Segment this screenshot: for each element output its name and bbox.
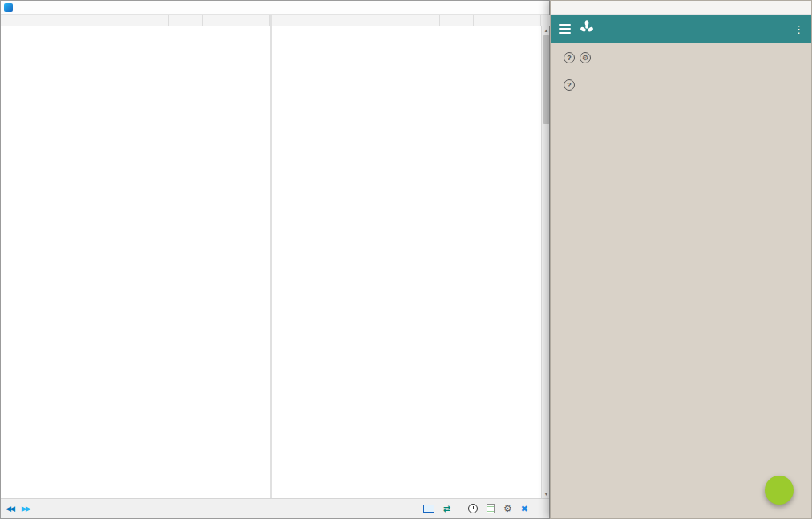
column-sensor[interactable] — [272, 15, 406, 26]
close-button[interactable] — [794, 2, 808, 14]
column-average[interactable] — [236, 15, 270, 26]
hwinfo-titlebar[interactable] — [1, 1, 549, 15]
columns-collapse-button[interactable]: ◀◀ — [6, 505, 14, 513]
column-current[interactable] — [406, 15, 440, 26]
left-pane-header — [1, 15, 270, 26]
maximize-button[interactable] — [779, 2, 793, 14]
fan-logo-icon — [579, 19, 595, 39]
fan-body: ? ⚙ ? — [551, 43, 811, 518]
column-minimum[interactable] — [440, 15, 474, 26]
column-current[interactable] — [135, 15, 169, 26]
menu-icon[interactable] — [559, 22, 571, 36]
scroll-up-icon[interactable]: ▲ — [542, 26, 549, 34]
columns-expand-button[interactable]: ▶▶ — [22, 505, 30, 513]
screen: ▲ ▼ ◀◀ ▶▶ ⇄ ⚙ ✖ — [0, 0, 812, 519]
hwinfo-window: ▲ ▼ ◀◀ ▶▶ ⇄ ⚙ ✖ — [0, 0, 550, 519]
controls-grid — [551, 68, 811, 76]
fan-app-bar: ⋮ — [551, 15, 811, 43]
kebab-menu-icon[interactable]: ⋮ — [794, 23, 803, 35]
controls-section-header: ? ⚙ — [551, 49, 811, 68]
vertical-scrollbar[interactable]: ▲ ▼ — [541, 26, 549, 498]
column-maximum[interactable] — [474, 15, 507, 26]
reset-values-icon[interactable]: ⇄ — [443, 504, 450, 514]
column-average[interactable] — [507, 15, 541, 26]
clock-icon[interactable] — [468, 504, 478, 513]
fancontrol-window: ⋮ ? ⚙ ? — [550, 0, 812, 519]
fancontrol-titlebar[interactable] — [551, 1, 811, 15]
hwinfo-statusbar: ◀◀ ▶▶ ⇄ ⚙ ✖ — [1, 498, 549, 518]
monitor-graph-icon[interactable] — [423, 505, 434, 513]
report-icon[interactable] — [487, 504, 495, 513]
hwinfo-app-icon — [4, 3, 13, 12]
column-minimum[interactable] — [169, 15, 203, 26]
wrench-icon[interactable]: ⚙ — [580, 52, 591, 63]
column-maximum[interactable] — [203, 15, 236, 26]
minimize-button[interactable] — [764, 2, 778, 14]
column-sensor[interactable] — [1, 15, 135, 26]
maximize-button[interactable] — [517, 2, 531, 14]
right-pane-header — [272, 15, 541, 26]
close-button[interactable] — [532, 2, 546, 14]
sensor-pane-left — [1, 26, 270, 498]
exit-icon[interactable]: ✖ — [521, 504, 528, 514]
sensor-pane-right — [272, 26, 541, 498]
help-icon[interactable]: ? — [564, 52, 575, 63]
scroll-down-icon[interactable]: ▼ — [542, 490, 549, 498]
sensor-panes: ▲ ▼ — [1, 26, 549, 498]
gear-icon[interactable]: ⚙ — [503, 503, 512, 514]
scrollbar-thumb[interactable] — [543, 35, 549, 124]
sensor-column-headers — [1, 15, 549, 26]
curves-section-header: ? — [551, 76, 811, 95]
curves-grid — [551, 95, 811, 103]
help-icon[interactable]: ? — [564, 79, 575, 91]
add-fab-button[interactable] — [765, 476, 794, 505]
minimize-button[interactable] — [502, 2, 515, 14]
